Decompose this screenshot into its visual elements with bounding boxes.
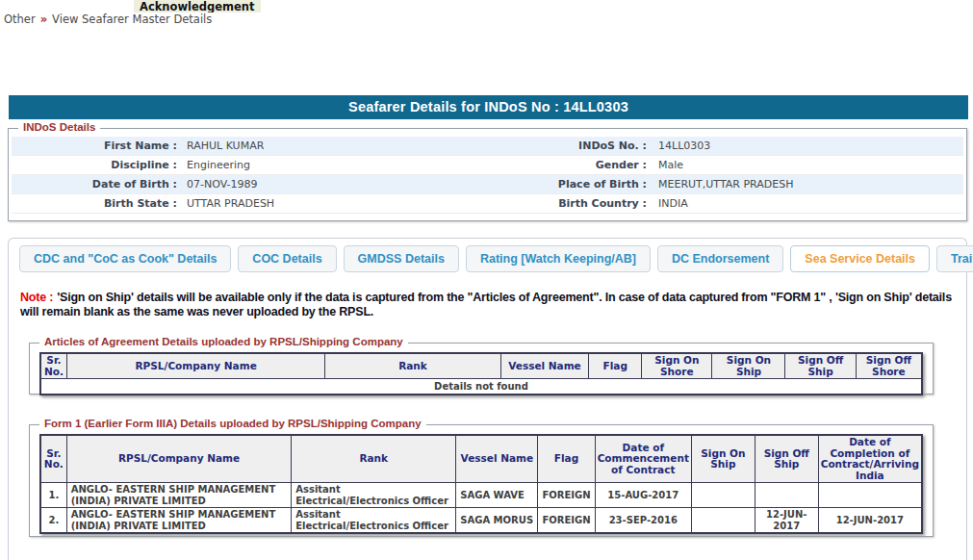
cell-completion-date: 12-JUN-2017 bbox=[818, 508, 922, 534]
column-header: Sign Off Ship bbox=[785, 353, 856, 379]
indos-details-legend: INDoS Details bbox=[18, 121, 100, 133]
column-header: RPSL/Company Name bbox=[66, 435, 292, 483]
cell-sign-off-ship bbox=[755, 483, 818, 508]
column-header: Sr. No. bbox=[40, 353, 66, 379]
form1-details-legend: Form 1 (Earlier Form IIIA) Details uploa… bbox=[39, 418, 426, 429]
field-value: 14LL0303 bbox=[658, 137, 963, 155]
field-value: Male bbox=[658, 156, 963, 174]
cell-vessel: SAGA WAVE bbox=[456, 483, 538, 508]
field-label: First Name : bbox=[12, 137, 187, 155]
cell-rank: Assitant Electrical/Electronics Officer bbox=[292, 508, 456, 534]
column-header: Sign On Ship bbox=[712, 353, 785, 379]
breadcrumb-current-page: View Seafarer Master Details bbox=[52, 13, 212, 26]
cell-sign-off-ship: 12-JUN-2017 bbox=[755, 508, 818, 534]
details-not-found-message: Details not found bbox=[40, 379, 922, 395]
field-value: 07-NOV-1989 bbox=[187, 175, 475, 193]
indos-row: First Name : RAHUL KUMAR INDoS No. : 14L… bbox=[12, 137, 963, 156]
cell-completion-date bbox=[818, 483, 922, 508]
page: Acknowledgement Other»View Seafarer Mast… bbox=[0, 0, 973, 560]
cell-sr-no: 2. bbox=[40, 508, 66, 534]
indos-row: Birth State : UTTAR PRADESH Birth Countr… bbox=[12, 194, 963, 214]
empty-message-row: Details not found bbox=[40, 379, 922, 395]
menu-item-acknowledgement[interactable]: Acknowledgement bbox=[134, 0, 261, 13]
page-title: Seafarer Details for INDoS No : 14LL0303 bbox=[9, 95, 968, 119]
table-header-row: Sr. No. RPSL/Company Name Rank Vessel Na… bbox=[40, 435, 922, 483]
field-label: Gender : bbox=[475, 156, 658, 174]
articles-of-agreement-legend: Articles of Agreement Details uploaded b… bbox=[39, 336, 408, 347]
column-header: Rank bbox=[325, 353, 500, 379]
column-header: Flag bbox=[538, 435, 595, 483]
tab-dc-endorsement[interactable]: DC Endorsement bbox=[657, 245, 783, 272]
column-header: Flag bbox=[589, 353, 642, 379]
column-header: Sign Off Ship bbox=[755, 435, 818, 483]
cell-commencement-date: 23-SEP-2016 bbox=[595, 508, 691, 534]
column-header: Sign On Shore bbox=[642, 353, 712, 379]
cell-sr-no: 1. bbox=[40, 483, 66, 508]
field-value: RAHUL KUMAR bbox=[187, 137, 475, 155]
tab-strip: CDC and "CoC as Cook" Details COC Detail… bbox=[19, 245, 973, 272]
note-prefix: Note : bbox=[20, 291, 53, 304]
field-label: Birth Country : bbox=[475, 194, 658, 213]
indos-row: Date of Birth : 07-NOV-1989 Place of Bir… bbox=[12, 175, 963, 194]
breadcrumb-separator-icon: » bbox=[40, 13, 47, 26]
sign-on-ship-note: Note :'Sign on Ship' details will be ava… bbox=[20, 291, 958, 319]
column-header: Sr. No. bbox=[40, 435, 66, 483]
column-header: Vessel Name bbox=[500, 353, 589, 379]
cell-sign-on-ship bbox=[691, 483, 755, 508]
field-label: Place of Birth : bbox=[475, 175, 658, 193]
column-header: Rank bbox=[292, 435, 456, 483]
articles-of-agreement-table: Sr. No. RPSL/Company Name Rank Vessel Na… bbox=[39, 352, 923, 395]
articles-of-agreement-fieldset: Articles of Agreement Details uploaded b… bbox=[29, 343, 934, 395]
note-text: 'Sign on Ship' details will be available… bbox=[20, 291, 952, 318]
field-label: INDoS No. : bbox=[475, 137, 658, 155]
cell-commencement-date: 15-AUG-2017 bbox=[595, 483, 691, 508]
column-header: Date of Commencement of Contract bbox=[595, 435, 691, 483]
cell-vessel: SAGA MORUS bbox=[456, 508, 538, 534]
breadcrumb-other[interactable]: Other bbox=[4, 13, 36, 26]
indos-row: Discipline : Engineering Gender : Male bbox=[12, 156, 963, 175]
cell-flag: FOREIGN bbox=[538, 483, 595, 508]
tab-cdc-coc-as-cook-details[interactable]: CDC and "CoC as Cook" Details bbox=[19, 245, 231, 272]
field-label: Date of Birth : bbox=[12, 175, 187, 193]
form1-details-table: Sr. No. RPSL/Company Name Rank Vessel Na… bbox=[39, 434, 923, 534]
field-value: MEERUT,UTTAR PRADESH bbox=[658, 175, 963, 193]
table-row: 1. ANGLO- EASTERN SHIP MANAGEMENT (INDIA… bbox=[40, 483, 922, 508]
tab-gmdss-details[interactable]: GMDSS Details bbox=[344, 245, 459, 272]
indos-details-grid: First Name : RAHUL KUMAR INDoS No. : 14L… bbox=[12, 137, 963, 214]
column-header: Vessel Name bbox=[456, 435, 538, 483]
cell-flag: FOREIGN bbox=[538, 508, 595, 534]
field-value: Engineering bbox=[187, 156, 475, 174]
indos-details-fieldset: INDoS Details First Name : RAHUL KUMAR I… bbox=[8, 128, 967, 221]
tab-sea-service-details[interactable]: Sea Service Details bbox=[790, 245, 930, 272]
cell-company: ANGLO- EASTERN SHIP MANAGEMENT (INDIA) P… bbox=[66, 483, 292, 508]
form1-details-fieldset: Form 1 (Earlier Form IIIA) Details uploa… bbox=[29, 424, 934, 537]
table-row: 2. ANGLO- EASTERN SHIP MANAGEMENT (INDIA… bbox=[40, 508, 922, 534]
cell-sign-on-ship bbox=[691, 508, 755, 534]
field-label: Birth State : bbox=[12, 194, 187, 213]
field-value: UTTAR PRADESH bbox=[187, 194, 475, 213]
tab-rating-watch-keeping-ab[interactable]: Rating [Watch Keeping/AB] bbox=[466, 245, 651, 272]
field-value: INDIA bbox=[658, 194, 963, 213]
field-label: Discipline : bbox=[12, 156, 187, 174]
breadcrumb: Other»View Seafarer Master Details bbox=[4, 13, 212, 26]
cell-company: ANGLO- EASTERN SHIP MANAGEMENT (INDIA) P… bbox=[66, 508, 292, 534]
cell-rank: Assitant Electrical/Electronics Officer bbox=[292, 483, 456, 508]
column-header: Date of Completion of Contract/Arriving … bbox=[818, 435, 922, 483]
column-header: Sign Off Shore bbox=[856, 353, 922, 379]
column-header: RPSL/Company Name bbox=[66, 353, 324, 379]
tab-coc-details[interactable]: COC Details bbox=[238, 245, 336, 272]
tab-training-details[interactable]: Training Details bbox=[936, 245, 973, 272]
table-header-row: Sr. No. RPSL/Company Name Rank Vessel Na… bbox=[40, 353, 922, 379]
column-header: Sign On Ship bbox=[691, 435, 755, 483]
